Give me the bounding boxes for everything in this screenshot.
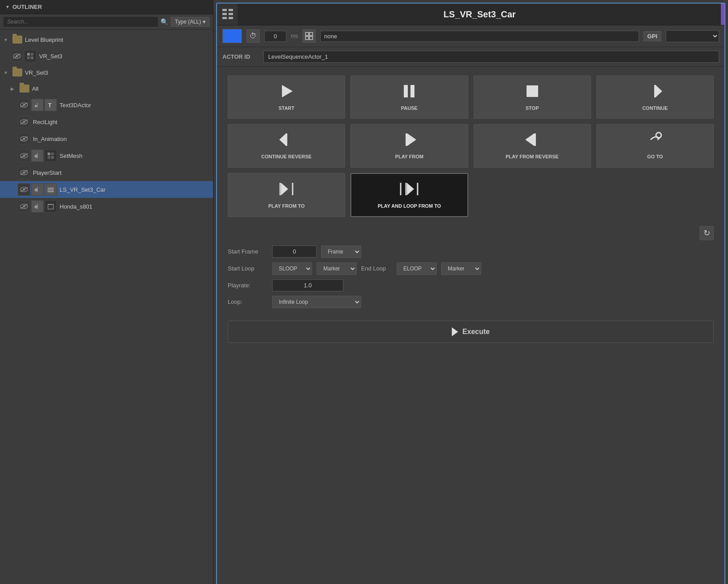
svg-rect-54 (306, 36, 309, 40)
tree-item-label: VR_Set3 (25, 69, 209, 76)
pause-button[interactable]: PAUSE (350, 76, 468, 119)
play-from-to-button[interactable]: PLAY FROM TO (228, 173, 345, 217)
svg-marker-63 (279, 133, 286, 146)
playrate-input[interactable] (272, 279, 343, 291)
visibility-icon[interactable] (18, 200, 30, 213)
continue-reverse-icon (278, 132, 295, 150)
execute-icon (452, 327, 458, 336)
search-input[interactable] (4, 17, 158, 27)
tree-item-in-animation[interactable]: In_Animation (0, 130, 213, 147)
refresh-button[interactable]: ↻ (700, 226, 714, 240)
visibility-icon[interactable] (18, 149, 30, 162)
visibility-icon[interactable] (18, 166, 30, 179)
refresh-area: ↻ (217, 226, 724, 240)
svg-rect-6 (31, 56, 33, 59)
tree-item-label: Honda_s801 (60, 203, 209, 210)
end-loop-select[interactable]: ELOOP (397, 262, 437, 275)
visibility-icon[interactable] (18, 183, 30, 196)
tree-item-label: SetMesh (60, 153, 209, 159)
svg-rect-24 (48, 153, 50, 155)
frame-unit-select[interactable]: Frame (321, 246, 361, 258)
type-icon: T (44, 99, 57, 111)
grid-icon[interactable] (302, 29, 316, 43)
visibility-icon[interactable] (18, 99, 30, 111)
svg-rect-53 (310, 32, 313, 36)
box-icon (44, 200, 57, 213)
svg-rect-57 (404, 85, 408, 97)
visibility-icon[interactable] (18, 116, 30, 128)
svg-rect-38 (48, 191, 54, 192)
tree-item-text3dactor[interactable]: T Text3DActor (0, 97, 213, 113)
svg-rect-25 (51, 153, 54, 155)
play-from-reverse-button[interactable]: PLAY FROM REVERSE (474, 124, 591, 167)
loop-type-select[interactable]: Infinite Loop (272, 296, 361, 308)
time-input[interactable] (264, 31, 286, 42)
play-loop-from-to-label: PLAY AND LOOP FROM TO (378, 203, 441, 209)
gpi-label: GPI (644, 31, 661, 41)
svg-rect-4 (31, 53, 33, 56)
outliner-header: ▼ OUTLINER (0, 0, 213, 14)
svg-text:T: T (48, 102, 52, 109)
svg-marker-65 (407, 133, 416, 146)
tree-item-rectlight[interactable]: RectLight (0, 113, 213, 130)
search-icon[interactable]: 🔍 (161, 18, 168, 25)
visibility-icon[interactable] (11, 50, 23, 62)
continue-label: CONTINUE (642, 105, 668, 111)
play-from-to-label: PLAY FROM TO (268, 203, 305, 209)
stop-label: STOP (526, 105, 539, 111)
play-icon (278, 83, 294, 101)
tree-item-ls-vr-set3-car[interactable]: LS_VR_Set3_Car (0, 181, 213, 198)
pause-label: PAUSE (401, 105, 418, 111)
play-from-button[interactable]: PLAY FROM (350, 124, 468, 167)
outliner-search-row: 🔍 Type (ALL) ▾ (0, 14, 213, 30)
continue-reverse-button[interactable]: CONTINUE REVERSE (228, 124, 345, 167)
start-frame-input[interactable] (272, 246, 317, 258)
svg-rect-37 (48, 189, 54, 190)
end-loop-unit-select[interactable]: Marker (441, 262, 481, 275)
panel-accent (721, 4, 724, 25)
none-input[interactable] (320, 31, 639, 42)
svg-rect-27 (51, 156, 54, 159)
end-loop-label: End Loop (361, 265, 392, 272)
svg-rect-48 (222, 13, 227, 15)
visibility-icon[interactable] (18, 133, 30, 145)
svg-rect-50 (222, 17, 227, 19)
start-frame-row: Start Frame Frame (228, 246, 714, 258)
start-loop-select[interactable]: SLOOP (272, 262, 312, 275)
mesh-icon (44, 149, 57, 162)
keyframe-icon (31, 183, 44, 196)
tree-item-setmesh[interactable]: SetMesh (0, 147, 213, 164)
go-to-button[interactable]: GO TO (596, 124, 714, 167)
panel-title: LS_VR_Set3_Car (238, 9, 721, 20)
playrate-row: Playrate: (228, 279, 714, 291)
start-button[interactable]: START (228, 76, 345, 119)
time-unit: ms (291, 33, 298, 39)
gpi-dropdown[interactable] (666, 30, 719, 42)
tree-item-honda-s801[interactable]: Honda_s801 (0, 198, 213, 215)
svg-rect-47 (229, 9, 233, 11)
stop-button[interactable]: STOP (474, 76, 591, 119)
color-swatch[interactable] (222, 29, 242, 43)
continue-reverse-label: CONTINUE REVERSE (261, 153, 312, 160)
tree-item-vr-set3-folder[interactable]: ▼ VR_Set3 (0, 64, 213, 81)
sequence-icon (44, 183, 57, 196)
clock-icon[interactable]: ⏱ (246, 29, 260, 43)
expand-arrow: ▶ (11, 86, 17, 91)
actor-id-input[interactable] (263, 51, 719, 63)
tree-item-vr-set3-child[interactable]: VR_Set3 (0, 48, 213, 64)
svg-marker-69 (657, 136, 660, 141)
folder-icon (12, 36, 22, 44)
continue-button[interactable]: CONTINUE (596, 76, 714, 119)
svg-rect-5 (27, 56, 30, 59)
type-filter-dropdown[interactable]: Type (ALL) ▾ (171, 17, 209, 27)
tree-item-all[interactable]: ▶ All (0, 81, 213, 97)
execute-button[interactable]: Execute (228, 321, 714, 343)
svg-marker-56 (282, 85, 293, 97)
outliner-title: OUTLINER (12, 4, 42, 10)
start-loop-unit-select[interactable]: Marker (317, 262, 357, 275)
play-loop-from-to-button[interactable]: PLAY AND LOOP FROM TO (350, 173, 468, 217)
tree-item-playerstart[interactable]: PlayerStart (0, 164, 213, 181)
mesh-icon (24, 50, 36, 62)
tree-item-level-blueprint[interactable]: ▼ Level Blueprint (0, 32, 213, 48)
outliner-expand-arrow: ▼ (5, 4, 10, 9)
